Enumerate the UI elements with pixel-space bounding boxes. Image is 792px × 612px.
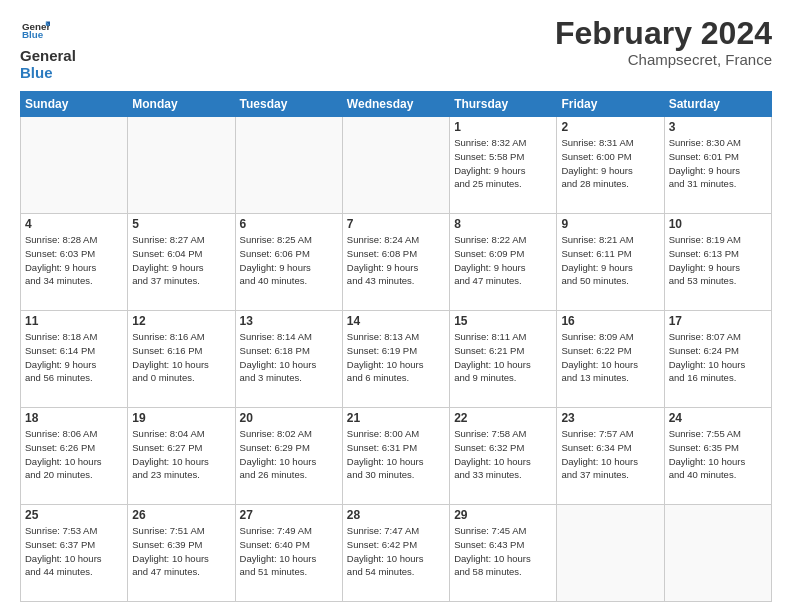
day-info: Sunrise: 8:30 AM Sunset: 6:01 PM Dayligh… — [669, 136, 767, 191]
logo-blue: Blue — [20, 65, 76, 82]
col-saturday: Saturday — [664, 92, 771, 117]
day-info: Sunrise: 8:19 AM Sunset: 6:13 PM Dayligh… — [669, 233, 767, 288]
day-number: 3 — [669, 120, 767, 134]
logo: General Blue General Blue — [20, 16, 76, 81]
title-block: February 2024 Champsecret, France — [555, 16, 772, 68]
day-info: Sunrise: 8:18 AM Sunset: 6:14 PM Dayligh… — [25, 330, 123, 385]
day-number: 2 — [561, 120, 659, 134]
day-info: Sunrise: 8:02 AM Sunset: 6:29 PM Dayligh… — [240, 427, 338, 482]
calendar-week-0: 1Sunrise: 8:32 AM Sunset: 5:58 PM Daylig… — [21, 117, 772, 214]
day-info: Sunrise: 8:13 AM Sunset: 6:19 PM Dayligh… — [347, 330, 445, 385]
day-info: Sunrise: 7:55 AM Sunset: 6:35 PM Dayligh… — [669, 427, 767, 482]
calendar-cell — [557, 505, 664, 602]
calendar-cell: 19Sunrise: 8:04 AM Sunset: 6:27 PM Dayli… — [128, 408, 235, 505]
calendar-cell: 23Sunrise: 7:57 AM Sunset: 6:34 PM Dayli… — [557, 408, 664, 505]
calendar-cell: 4Sunrise: 8:28 AM Sunset: 6:03 PM Daylig… — [21, 214, 128, 311]
calendar-cell: 18Sunrise: 8:06 AM Sunset: 6:26 PM Dayli… — [21, 408, 128, 505]
calendar-table: Sunday Monday Tuesday Wednesday Thursday… — [20, 91, 772, 602]
day-info: Sunrise: 8:00 AM Sunset: 6:31 PM Dayligh… — [347, 427, 445, 482]
col-wednesday: Wednesday — [342, 92, 449, 117]
calendar-cell: 27Sunrise: 7:49 AM Sunset: 6:40 PM Dayli… — [235, 505, 342, 602]
day-number: 27 — [240, 508, 338, 522]
calendar-week-3: 18Sunrise: 8:06 AM Sunset: 6:26 PM Dayli… — [21, 408, 772, 505]
day-info: Sunrise: 7:49 AM Sunset: 6:40 PM Dayligh… — [240, 524, 338, 579]
day-number: 24 — [669, 411, 767, 425]
svg-text:Blue: Blue — [22, 29, 44, 40]
calendar-cell: 26Sunrise: 7:51 AM Sunset: 6:39 PM Dayli… — [128, 505, 235, 602]
day-number: 23 — [561, 411, 659, 425]
calendar-cell: 21Sunrise: 8:00 AM Sunset: 6:31 PM Dayli… — [342, 408, 449, 505]
day-number: 18 — [25, 411, 123, 425]
calendar-cell: 13Sunrise: 8:14 AM Sunset: 6:18 PM Dayli… — [235, 311, 342, 408]
day-number: 5 — [132, 217, 230, 231]
day-info: Sunrise: 7:53 AM Sunset: 6:37 PM Dayligh… — [25, 524, 123, 579]
day-number: 13 — [240, 314, 338, 328]
calendar-week-2: 11Sunrise: 8:18 AM Sunset: 6:14 PM Dayli… — [21, 311, 772, 408]
calendar-cell: 14Sunrise: 8:13 AM Sunset: 6:19 PM Dayli… — [342, 311, 449, 408]
day-number: 16 — [561, 314, 659, 328]
col-monday: Monday — [128, 92, 235, 117]
calendar-cell: 17Sunrise: 8:07 AM Sunset: 6:24 PM Dayli… — [664, 311, 771, 408]
day-number: 19 — [132, 411, 230, 425]
day-number: 11 — [25, 314, 123, 328]
day-number: 21 — [347, 411, 445, 425]
calendar-cell: 6Sunrise: 8:25 AM Sunset: 6:06 PM Daylig… — [235, 214, 342, 311]
calendar-cell: 1Sunrise: 8:32 AM Sunset: 5:58 PM Daylig… — [450, 117, 557, 214]
day-info: Sunrise: 7:47 AM Sunset: 6:42 PM Dayligh… — [347, 524, 445, 579]
day-number: 26 — [132, 508, 230, 522]
day-number: 29 — [454, 508, 552, 522]
calendar-cell: 8Sunrise: 8:22 AM Sunset: 6:09 PM Daylig… — [450, 214, 557, 311]
calendar-cell — [342, 117, 449, 214]
calendar-cell — [235, 117, 342, 214]
day-info: Sunrise: 7:57 AM Sunset: 6:34 PM Dayligh… — [561, 427, 659, 482]
header: General Blue General Blue February 2024 … — [20, 16, 772, 81]
calendar-cell: 15Sunrise: 8:11 AM Sunset: 6:21 PM Dayli… — [450, 311, 557, 408]
day-info: Sunrise: 8:06 AM Sunset: 6:26 PM Dayligh… — [25, 427, 123, 482]
day-number: 28 — [347, 508, 445, 522]
day-info: Sunrise: 8:14 AM Sunset: 6:18 PM Dayligh… — [240, 330, 338, 385]
logo-icon: General Blue — [22, 16, 50, 44]
calendar-cell — [128, 117, 235, 214]
calendar-cell: 2Sunrise: 8:31 AM Sunset: 6:00 PM Daylig… — [557, 117, 664, 214]
calendar-cell: 5Sunrise: 8:27 AM Sunset: 6:04 PM Daylig… — [128, 214, 235, 311]
day-number: 4 — [25, 217, 123, 231]
day-number: 20 — [240, 411, 338, 425]
day-number: 7 — [347, 217, 445, 231]
day-info: Sunrise: 8:25 AM Sunset: 6:06 PM Dayligh… — [240, 233, 338, 288]
day-number: 22 — [454, 411, 552, 425]
calendar-cell: 12Sunrise: 8:16 AM Sunset: 6:16 PM Dayli… — [128, 311, 235, 408]
col-friday: Friday — [557, 92, 664, 117]
calendar-cell: 3Sunrise: 8:30 AM Sunset: 6:01 PM Daylig… — [664, 117, 771, 214]
day-number: 6 — [240, 217, 338, 231]
day-number: 14 — [347, 314, 445, 328]
calendar-cell: 28Sunrise: 7:47 AM Sunset: 6:42 PM Dayli… — [342, 505, 449, 602]
calendar-cell: 7Sunrise: 8:24 AM Sunset: 6:08 PM Daylig… — [342, 214, 449, 311]
calendar-cell: 10Sunrise: 8:19 AM Sunset: 6:13 PM Dayli… — [664, 214, 771, 311]
logo-general: General — [20, 48, 76, 65]
col-tuesday: Tuesday — [235, 92, 342, 117]
month-title: February 2024 — [555, 16, 772, 51]
day-number: 9 — [561, 217, 659, 231]
calendar-header-row: Sunday Monday Tuesday Wednesday Thursday… — [21, 92, 772, 117]
calendar-cell: 29Sunrise: 7:45 AM Sunset: 6:43 PM Dayli… — [450, 505, 557, 602]
calendar-cell: 25Sunrise: 7:53 AM Sunset: 6:37 PM Dayli… — [21, 505, 128, 602]
day-number: 15 — [454, 314, 552, 328]
day-info: Sunrise: 8:04 AM Sunset: 6:27 PM Dayligh… — [132, 427, 230, 482]
calendar-cell: 9Sunrise: 8:21 AM Sunset: 6:11 PM Daylig… — [557, 214, 664, 311]
day-number: 10 — [669, 217, 767, 231]
day-info: Sunrise: 8:24 AM Sunset: 6:08 PM Dayligh… — [347, 233, 445, 288]
day-number: 12 — [132, 314, 230, 328]
day-info: Sunrise: 7:58 AM Sunset: 6:32 PM Dayligh… — [454, 427, 552, 482]
calendar-cell: 24Sunrise: 7:55 AM Sunset: 6:35 PM Dayli… — [664, 408, 771, 505]
calendar-week-4: 25Sunrise: 7:53 AM Sunset: 6:37 PM Dayli… — [21, 505, 772, 602]
col-thursday: Thursday — [450, 92, 557, 117]
calendar-cell — [21, 117, 128, 214]
day-info: Sunrise: 8:11 AM Sunset: 6:21 PM Dayligh… — [454, 330, 552, 385]
day-number: 17 — [669, 314, 767, 328]
day-number: 8 — [454, 217, 552, 231]
day-info: Sunrise: 7:45 AM Sunset: 6:43 PM Dayligh… — [454, 524, 552, 579]
page: General Blue General Blue February 2024 … — [0, 0, 792, 612]
calendar-cell — [664, 505, 771, 602]
day-number: 25 — [25, 508, 123, 522]
day-info: Sunrise: 8:07 AM Sunset: 6:24 PM Dayligh… — [669, 330, 767, 385]
